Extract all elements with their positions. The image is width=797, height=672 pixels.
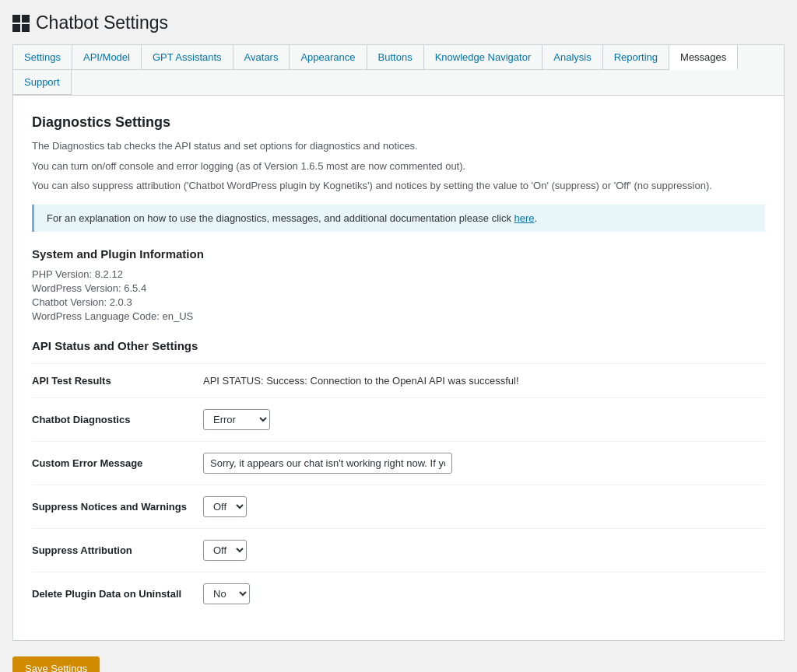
api-test-label: API Test Results — [32, 363, 203, 397]
diagnostics-desc1: The Diagnostics tab checks the API statu… — [32, 138, 765, 154]
page-title: Chatbot Settings — [36, 12, 168, 33]
table-row: Delete Plugin Data on Uninstall No Yes — [32, 572, 765, 615]
diagnostics-desc3: You can also suppress attribution ('Chat… — [32, 178, 765, 194]
svg-rect-1 — [22, 15, 30, 23]
settings-table: API Test Results API STATUS: Success: Co… — [32, 363, 765, 615]
chatbot-diagnostics-select[interactable]: Error Notice Warning Off — [203, 409, 270, 430]
save-btn-area: Save Settings — [12, 656, 785, 673]
table-row: Suppress Attribution Off On — [32, 528, 765, 572]
tab-avatars[interactable]: Avatars — [233, 45, 290, 70]
api-settings-title: API Status and Other Settings — [32, 339, 765, 352]
svg-rect-0 — [12, 15, 20, 23]
table-row: API Test Results API STATUS: Success: Co… — [32, 363, 765, 397]
save-button[interactable]: Save Settings — [12, 656, 100, 673]
custom-error-input[interactable] — [203, 453, 452, 474]
chatbot-diagnostics-label: Chatbot Diagnostics — [32, 397, 203, 441]
tab-support[interactable]: Support — [13, 70, 72, 95]
svg-rect-3 — [22, 24, 30, 32]
tab-api-model[interactable]: API/Model — [72, 45, 142, 70]
tab-knowledge-navigator[interactable]: Knowledge Navigator — [424, 45, 543, 70]
chatbot-version: Chatbot Version: 2.0.3 — [32, 296, 765, 308]
tab-gpt-assistants[interactable]: GPT Assistants — [142, 45, 233, 70]
table-row: Custom Error Message — [32, 441, 765, 485]
suppress-attribution-label: Suppress Attribution — [32, 528, 203, 572]
suppress-notices-select[interactable]: Off On — [203, 496, 247, 517]
info-box: For an explanation on how to use the dia… — [32, 205, 765, 232]
system-info-title: System and Plugin Information — [32, 247, 765, 261]
tab-messages[interactable]: Messages — [669, 45, 738, 70]
tab-buttons[interactable]: Buttons — [367, 45, 424, 70]
diagnostics-desc2: You can turn on/off console and error lo… — [32, 159, 765, 174]
suppress-notices-label: Suppress Notices and Warnings — [32, 485, 203, 528]
tab-analysis[interactable]: Analysis — [542, 45, 602, 70]
tab-reporting[interactable]: Reporting — [603, 45, 669, 70]
svg-rect-2 — [12, 24, 20, 32]
table-row: Suppress Notices and Warnings Off On — [32, 485, 765, 528]
custom-error-label: Custom Error Message — [32, 441, 203, 485]
delete-plugin-select[interactable]: No Yes — [203, 583, 250, 604]
diagnostics-title: Diagnostics Settings — [32, 114, 765, 131]
info-box-text: For an explanation on how to use the dia… — [47, 212, 514, 224]
tab-appearance[interactable]: Appearance — [290, 45, 367, 70]
api-test-value: API STATUS: Success: Connection to the O… — [203, 375, 519, 387]
tab-settings[interactable]: Settings — [13, 45, 72, 70]
info-box-link[interactable]: here — [514, 212, 535, 224]
delete-plugin-label: Delete Plugin Data on Uninstall — [32, 572, 203, 615]
content-area: Diagnostics Settings The Diagnostics tab… — [12, 95, 785, 641]
php-version: PHP Version: 8.2.12 — [32, 268, 765, 280]
tabs-bar: Settings API/Model GPT Assistants Avatar… — [12, 44, 785, 95]
suppress-attribution-select[interactable]: Off On — [203, 540, 247, 561]
wp-version: WordPress Version: 6.5.4 — [32, 282, 765, 294]
chatbot-icon — [12, 15, 30, 32]
table-row: Chatbot Diagnostics Error Notice Warning… — [32, 397, 765, 441]
lang-code: WordPress Language Code: en_US — [32, 310, 765, 322]
